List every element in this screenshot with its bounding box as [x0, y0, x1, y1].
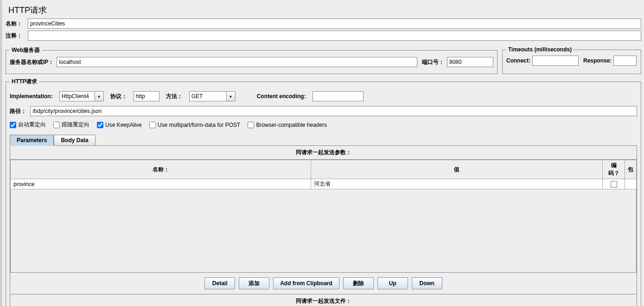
encoding-label: Content encoding:	[257, 93, 306, 100]
name-input[interactable]	[28, 19, 641, 29]
server-input[interactable]	[57, 57, 417, 67]
add-button[interactable]: 添加	[239, 277, 269, 289]
col-encode[interactable]: 编码？	[603, 160, 625, 179]
files-title: 同请求一起发送文件：	[10, 294, 637, 306]
up-button[interactable]: Up	[377, 277, 408, 289]
col-value[interactable]: 值	[311, 160, 603, 179]
connect-input[interactable]	[532, 56, 579, 66]
timeouts-legend: Timeouts (milliseconds)	[506, 46, 574, 53]
col-name[interactable]: 名称：	[11, 160, 311, 179]
name-label: 名称：	[6, 20, 28, 28]
path-input[interactable]	[30, 106, 637, 116]
response-input[interactable]	[613, 56, 637, 66]
port-label: 端口号：	[422, 58, 444, 66]
cell-value[interactable]: 河北省	[311, 179, 603, 189]
table-row[interactable]: province 河北省	[11, 179, 637, 189]
cell-name[interactable]: province	[11, 179, 311, 189]
keepalive-checkbox[interactable]: Use KeepAlive	[97, 122, 142, 128]
comment-input[interactable]	[28, 31, 641, 41]
page-title: HTTP请求	[6, 1, 641, 19]
browser-compat-checkbox[interactable]: Browser-compatible headers	[248, 122, 327, 128]
params-title: 同请求一起发送参数：	[10, 146, 637, 159]
method-value[interactable]	[189, 91, 226, 101]
tab-parameters[interactable]: Parameters	[10, 135, 54, 146]
impl-label: Implementation:	[10, 93, 53, 100]
down-button[interactable]: Down	[412, 277, 442, 289]
impl-select[interactable]	[59, 91, 104, 101]
delete-button[interactable]: 删除	[343, 277, 374, 289]
server-label: 服务器名称或IP：	[10, 58, 54, 66]
params-table-empty-area[interactable]	[10, 189, 637, 273]
tab-body-data[interactable]: Body Data	[54, 135, 95, 146]
follow-redirect-checkbox[interactable]: 跟随重定向	[53, 121, 89, 129]
auto-redirect-checkbox[interactable]: 自动重定向	[10, 121, 46, 129]
add-clipboard-button[interactable]: Add from Clipboard	[273, 277, 339, 289]
encoding-input[interactable]	[312, 91, 363, 101]
method-select[interactable]	[189, 91, 236, 101]
chevron-down-icon[interactable]	[226, 91, 236, 101]
port-input[interactable]	[447, 57, 493, 67]
cell-include[interactable]	[625, 179, 637, 189]
method-label: 方法：	[166, 93, 183, 100]
connect-label: Connect:	[506, 57, 530, 64]
parameters-panel: 同请求一起发送参数： 名称： 值 编码？ 包 province	[10, 145, 637, 306]
webserver-legend: Web服务器	[10, 46, 42, 54]
comment-label: 注释：	[6, 32, 28, 40]
params-table[interactable]: 名称： 值 编码？ 包 province 河北省	[10, 160, 637, 189]
cell-encode[interactable]	[603, 179, 625, 189]
detail-button[interactable]: Detail	[204, 277, 235, 289]
protocol-label: 协议：	[110, 93, 127, 100]
protocol-input[interactable]	[134, 91, 159, 101]
col-include[interactable]: 包	[625, 160, 637, 179]
chevron-down-icon[interactable]	[95, 91, 104, 101]
request-legend: HTTP请求	[10, 78, 39, 86]
impl-value[interactable]	[59, 91, 95, 101]
multipart-checkbox[interactable]: Use multipart/form-data for POST	[149, 122, 241, 128]
path-label: 路径：	[10, 107, 30, 115]
response-label: Response:	[583, 57, 612, 64]
